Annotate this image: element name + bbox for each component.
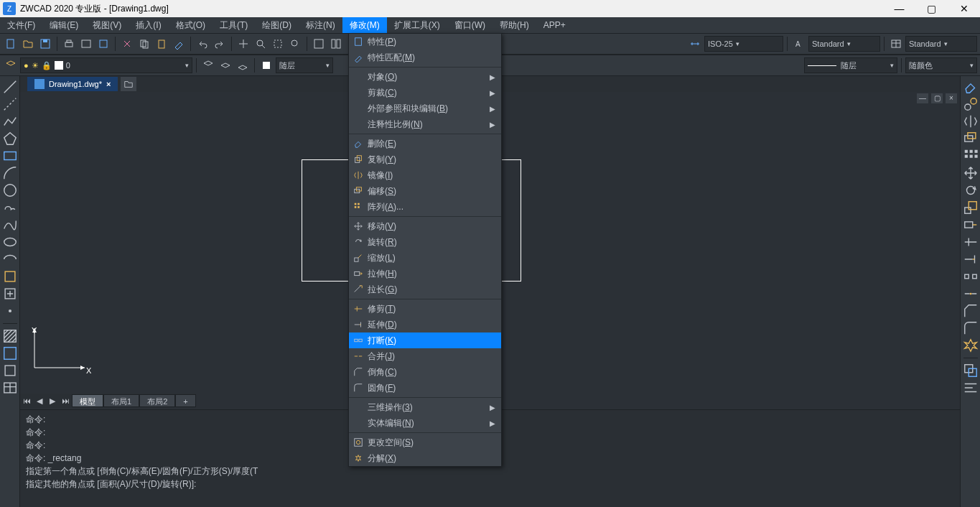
polyline-tool[interactable] (2, 113, 18, 129)
linetype-dropdown[interactable]: 随层▾ (804, 57, 897, 73)
paste-icon[interactable] (154, 36, 169, 52)
point-tool[interactable] (2, 303, 18, 319)
menu-insert[interactable]: 插入(I) (129, 17, 168, 33)
copy-icon[interactable] (136, 36, 152, 52)
align-tool[interactable] (963, 380, 979, 396)
modify-menu-item[interactable]: 镜像(I) (349, 167, 501, 183)
design-center-icon[interactable] (328, 36, 344, 52)
break-tool[interactable] (963, 269, 979, 284)
ellipse-tool[interactable] (2, 234, 18, 250)
erase-tool[interactable] (963, 79, 979, 95)
menu-view[interactable]: 视图(V) (85, 17, 129, 33)
region-tool[interactable] (2, 363, 18, 378)
zoom-prev-icon[interactable] (287, 36, 303, 52)
modify-menu-item[interactable]: 合并(J) (349, 348, 501, 364)
modify-menu-item[interactable]: 拉伸(H) (349, 266, 501, 282)
close-button[interactable]: ✕ (948, 0, 980, 17)
zoom-icon[interactable] (253, 36, 269, 52)
dim-style-dropdown[interactable]: ISO-25▾ (704, 36, 783, 52)
vp-minimize-icon[interactable]: — (917, 93, 928, 103)
arc-tool[interactable] (2, 165, 18, 181)
menu-format[interactable]: 格式(O) (169, 17, 213, 33)
color-icon[interactable] (258, 57, 274, 73)
new-icon[interactable] (3, 36, 19, 52)
redo-icon[interactable] (212, 36, 228, 52)
circle-tool[interactable] (2, 182, 18, 198)
modify-menu-item[interactable]: 打断(K) (349, 332, 501, 348)
menu-app[interactable]: APP+ (536, 17, 573, 33)
modify-menu-item[interactable]: 注释性比例(N)▶ (349, 116, 501, 132)
print-icon[interactable] (61, 36, 77, 52)
modify-menu-item[interactable]: 偏移(S) (349, 183, 501, 199)
chamfer-tool[interactable] (963, 303, 979, 319)
modify-menu-item[interactable]: 倒角(C) (349, 364, 501, 380)
properties-icon[interactable] (311, 36, 327, 52)
modify-menu-item[interactable]: 复制(Y) (349, 152, 501, 167)
modify-menu-item[interactable]: 缩放(L) (349, 250, 501, 266)
vp-close-icon[interactable]: × (946, 93, 957, 103)
modify-menu-item[interactable]: 移动(V) (349, 218, 501, 234)
menu-window[interactable]: 窗口(W) (447, 17, 493, 33)
publish-icon[interactable] (95, 36, 111, 52)
document-tab[interactable]: Drawing1.dwg* × (27, 77, 118, 91)
dim-style-icon[interactable] (687, 36, 703, 52)
modify-menu-item[interactable]: 剪裁(C)▶ (349, 85, 501, 101)
hatch-tool[interactable] (2, 328, 18, 344)
move-tool[interactable] (963, 165, 979, 181)
text-style-dropdown[interactable]: Standard▾ (808, 36, 880, 52)
tab-close-icon[interactable]: × (106, 80, 111, 88)
menu-draw[interactable]: 绘图(D) (255, 17, 299, 33)
menu-tools[interactable]: 工具(T) (213, 17, 255, 33)
modify-menu-item[interactable]: 阵列(A)... (349, 199, 501, 215)
modify-menu-item[interactable]: 旋转(R) (349, 234, 501, 250)
layout-nav-prev[interactable]: ◀ (33, 396, 46, 406)
text-style-icon[interactable]: A (791, 36, 807, 52)
menu-modify[interactable]: 修改(M) (342, 17, 387, 33)
layer-dropdown[interactable]: ● ☀ 🔒 0 ▾ (20, 57, 192, 73)
fillet-tool[interactable] (963, 320, 979, 336)
layout-nav-last[interactable]: ⏭ (59, 396, 72, 405)
menu-file[interactable]: 文件(F) (0, 17, 42, 33)
layer-iso-icon[interactable] (218, 57, 233, 73)
line-tool[interactable] (2, 79, 18, 95)
undo-icon[interactable] (195, 36, 210, 52)
layout-tab-model[interactable]: 模型 (72, 394, 103, 407)
modify-menu-item[interactable]: 更改空间(S) (349, 434, 501, 450)
trim-tool[interactable] (963, 234, 979, 250)
modify-menu-item[interactable]: 实体编辑(N)▶ (349, 415, 501, 431)
table-tool[interactable] (2, 380, 18, 396)
modify-menu-item[interactable]: 分解(X) (349, 450, 501, 466)
color-dropdown[interactable]: 随层▾ (276, 57, 333, 73)
gradient-tool[interactable] (2, 345, 18, 361)
vp-maximize-icon[interactable]: ▢ (931, 93, 943, 103)
polygon-tool[interactable] (2, 131, 18, 146)
layout-tab-add[interactable]: + (175, 394, 195, 407)
table-style-dropdown[interactable]: Standard▾ (905, 36, 977, 52)
matchprop-icon[interactable] (171, 36, 187, 52)
modify-menu-item[interactable]: 外部参照和块编辑(B)▶ (349, 101, 501, 116)
save-icon[interactable] (37, 36, 53, 52)
scale-tool[interactable] (963, 200, 979, 215)
modify-menu-item[interactable]: 圆角(F) (349, 380, 501, 396)
modify-menu-item[interactable]: 拉长(G) (349, 282, 501, 297)
modify-menu-item[interactable]: 延伸(D) (349, 317, 501, 332)
layout-nav-first[interactable]: ⏮ (20, 396, 33, 405)
insert-block-tool[interactable] (2, 269, 18, 284)
explode-tool[interactable] (963, 338, 979, 353)
ellipse-arc-tool[interactable] (2, 251, 18, 267)
zoom-window-icon[interactable] (270, 36, 286, 52)
modify-menu-item[interactable]: 修剪(T) (349, 301, 501, 317)
new-tab-button[interactable] (121, 77, 136, 91)
spline-tool[interactable] (2, 217, 18, 233)
pan-icon[interactable] (235, 36, 251, 52)
modify-menu-item[interactable]: 特性匹配(M) (349, 50, 501, 65)
menu-dimension[interactable]: 标注(N) (299, 17, 342, 33)
layer-manager-icon[interactable] (3, 57, 19, 73)
rotate-tool[interactable] (963, 182, 979, 198)
open-icon[interactable] (20, 36, 36, 52)
modify-menu-item[interactable]: 删除(E) (349, 136, 501, 152)
menu-help[interactable]: 帮助(H) (493, 17, 536, 33)
extend-tool[interactable] (963, 251, 979, 267)
layer-freeze-icon[interactable] (235, 57, 251, 73)
layout-tab-layout2[interactable]: 布局2 (139, 394, 175, 407)
